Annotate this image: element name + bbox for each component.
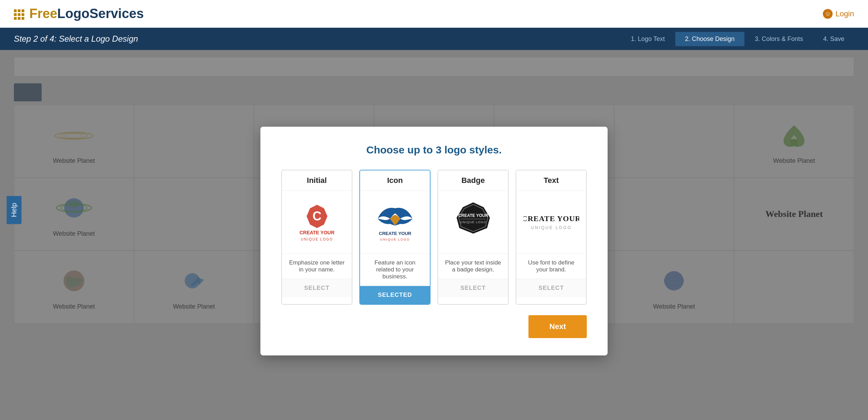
svg-text:UNIQUE LOGO: UNIQUE LOGO: [460, 220, 486, 224]
style-card-initial-desc: Emphasize one letter in your name.: [282, 253, 352, 279]
svg-marker-33: [457, 202, 490, 234]
style-card-badge-select[interactable]: SELECT: [438, 279, 508, 297]
tab-logo-text[interactable]: 1. Logo Text: [621, 32, 675, 46]
svg-text:CREATE YOUR: CREATE YOUR: [524, 214, 579, 223]
style-card-icon-desc: Feature an icon related to your business…: [360, 253, 430, 286]
logo-services: LogoServices: [57, 6, 144, 21]
svg-text:CREATE YOUR: CREATE YOUR: [458, 213, 488, 218]
style-card-icon-header: Icon: [360, 170, 430, 191]
style-card-text-header: Text: [516, 170, 586, 191]
next-button[interactable]: Next: [528, 315, 587, 338]
svg-text:CREATE YOUR: CREATE YOUR: [299, 230, 334, 235]
text-logo-svg: CREATE YOUR UNIQUE LOGO: [524, 200, 579, 245]
header: FreeLogoServices ☺ Login: [0, 0, 868, 28]
site-logo[interactable]: FreeLogoServices: [14, 6, 144, 21]
svg-text:UNIQUE LOGO: UNIQUE LOGO: [531, 225, 572, 230]
svg-text:UNIQUE LOGO: UNIQUE LOGO: [301, 237, 333, 241]
svg-text:UNIQUE LOGO: UNIQUE LOGO: [380, 238, 410, 241]
help-tab[interactable]: Help: [7, 196, 22, 224]
style-card-icon-image: CREATE YOUR UNIQUE LOGO: [360, 191, 430, 253]
style-card-badge-header: Badge: [438, 170, 508, 191]
style-card-text[interactable]: Text CREATE YOUR UNIQUE LOGO Use font to…: [516, 170, 587, 305]
background-content: Website Planet Website Planet: [0, 50, 868, 420]
style-card-text-desc: Use font to define your brand.: [516, 253, 586, 279]
style-card-text-image: CREATE YOUR UNIQUE LOGO: [516, 191, 586, 253]
initial-logo-svg: C CREATE YOUR UNIQUE LOGO: [289, 200, 345, 245]
style-card-text-select[interactable]: SELECT: [516, 279, 586, 297]
login-button[interactable]: ☺ Login: [823, 9, 854, 19]
step-title: Step 2 of 4: Select a Logo Design: [14, 34, 621, 44]
svg-text:C: C: [312, 209, 322, 223]
tab-choose-design[interactable]: 2. Choose Design: [675, 32, 744, 46]
style-options-grid: Initial C CREATE YOUR UNIQUE LOGO Emphas…: [281, 170, 587, 305]
style-card-initial[interactable]: Initial C CREATE YOUR UNIQUE LOGO Emphas…: [281, 170, 352, 305]
login-label: Login: [835, 9, 854, 18]
style-card-icon[interactable]: Icon CREATE YOUR UNIQUE LOGO Feature an: [359, 170, 431, 305]
step-tabs: 1. Logo Text 2. Choose Design 3. Colors …: [621, 32, 854, 46]
logo-free: Free: [30, 6, 57, 21]
icon-logo-svg: CREATE YOUR UNIQUE LOGO: [367, 200, 423, 245]
style-selection-modal: Choose up to 3 logo styles. Initial C CR…: [260, 127, 608, 355]
logo-dots: [14, 9, 24, 20]
style-card-initial-select[interactable]: SELECT: [282, 279, 352, 297]
style-card-initial-header: Initial: [282, 170, 352, 191]
login-icon: ☺: [823, 9, 833, 19]
step-bar: Step 2 of 4: Select a Logo Design 1. Log…: [0, 28, 868, 50]
badge-logo-svg: CREATE YOUR UNIQUE LOGO: [445, 200, 501, 245]
style-card-badge-desc: Place your text inside a badge design.: [438, 253, 508, 279]
style-card-icon-select[interactable]: SELECTED: [360, 286, 430, 304]
tab-colors-fonts[interactable]: 3. Colors & Fonts: [745, 32, 813, 46]
style-card-initial-image: C CREATE YOUR UNIQUE LOGO: [282, 191, 352, 253]
svg-text:CREATE YOUR: CREATE YOUR: [379, 231, 411, 236]
modal-title: Choose up to 3 logo styles.: [281, 144, 587, 156]
modal-overlay: Choose up to 3 logo styles. Initial C CR…: [0, 50, 868, 420]
style-card-badge-image: CREATE YOUR UNIQUE LOGO: [438, 191, 508, 253]
style-card-badge[interactable]: Badge CREATE YOUR UNIQUE LOGO Place your…: [437, 170, 509, 305]
tab-save[interactable]: 4. Save: [813, 32, 854, 46]
